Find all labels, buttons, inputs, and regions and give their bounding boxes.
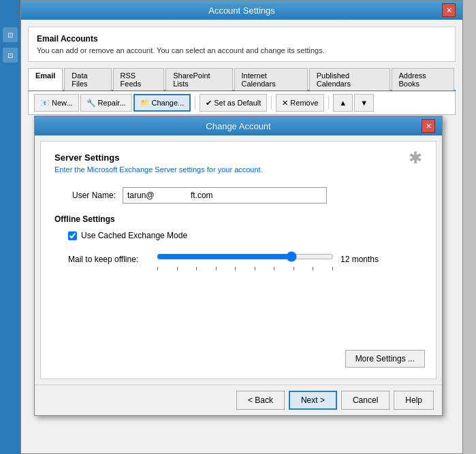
set-default-button[interactable]: ✔ Set as Default <box>200 94 267 112</box>
new-button[interactable]: 📧 New... <box>34 94 79 112</box>
next-button[interactable]: Next > <box>289 391 337 410</box>
tab-address-books[interactable]: Address Books <box>392 68 455 91</box>
toolbar-separator-2 <box>271 96 272 110</box>
back-button[interactable]: < Back <box>236 391 285 410</box>
cached-exchange-checkbox[interactable] <box>68 231 77 240</box>
move-down-button[interactable]: ▼ <box>354 94 374 112</box>
repair-icon: 🔧 <box>86 99 96 108</box>
email-accounts-section: Email Accounts You can add or remove an … <box>28 27 456 62</box>
tab-published-calendars[interactable]: Published Calendars <box>309 68 390 91</box>
dialog-content: ✱ Server Settings Enter the Microsoft Ex… <box>40 141 437 379</box>
desc-text-2: account. <box>232 165 263 174</box>
remove-button[interactable]: ✕ Remove <box>276 94 324 112</box>
tick-8 <box>293 267 294 270</box>
username-label: User Name: <box>54 191 123 200</box>
sidebar-icon-2[interactable]: ⊡ <box>3 48 18 63</box>
cancel-button[interactable]: Cancel <box>341 391 390 410</box>
tab-email[interactable]: Email <box>28 68 63 91</box>
tick-2 <box>177 267 178 270</box>
sidebar-icon-1[interactable]: ⊡ <box>3 27 18 42</box>
cached-exchange-row: Use Cached Exchange Mode <box>54 231 422 240</box>
dialog-bottom-bar: < Back Next > Cancel Help <box>35 385 442 415</box>
remove-icon: ✕ <box>282 99 288 108</box>
window-titlebar: Account Settings ✕ <box>21 1 462 20</box>
window-close-button[interactable]: ✕ <box>442 3 456 17</box>
tab-internet-calendars[interactable]: Internet Calendars <box>234 68 308 91</box>
cursor-decoration: ✱ <box>409 148 422 167</box>
username-input[interactable] <box>123 187 327 204</box>
tick-3 <box>196 267 197 270</box>
tick-1 <box>157 267 158 270</box>
change-button[interactable]: 📁 Change... <box>133 94 191 112</box>
offline-settings-title: Offline Settings <box>54 214 422 224</box>
slider-value: 12 months <box>340 255 388 264</box>
tab-rss-feeds[interactable]: RSS Feeds <box>113 68 165 91</box>
toolbar: 📧 New... 🔧 Repair... 📁 Change... ✔ Set a… <box>28 91 456 115</box>
window-title: Account Settings <box>42 5 442 16</box>
mail-offline-slider[interactable] <box>157 251 334 262</box>
tick-7 <box>274 267 274 270</box>
slider-container <box>157 248 334 270</box>
email-accounts-title: Email Accounts <box>37 34 447 44</box>
slider-wrapper <box>157 248 334 265</box>
server-settings-title: Server Settings <box>54 152 422 163</box>
desc-text-1: Enter the Microsoft Exchange Server sett… <box>54 165 218 174</box>
desc-link: your <box>218 165 232 174</box>
slider-ticks <box>157 267 334 270</box>
email-accounts-desc: You can add or remove an account. You ca… <box>37 46 447 54</box>
help-button[interactable]: Help <box>394 391 434 410</box>
tick-5 <box>235 267 236 270</box>
tab-sharepoint-lists[interactable]: SharePoint Lists <box>165 68 232 91</box>
tick-6 <box>255 267 255 270</box>
checkmark-icon: ✔ <box>206 99 212 108</box>
new-icon: 📧 <box>40 99 50 108</box>
cached-exchange-label: Use Cached Exchange Mode <box>81 231 187 240</box>
dialog-titlebar: Change Account ✕ <box>35 116 442 135</box>
change-icon: 📁 <box>140 99 150 108</box>
move-up-button[interactable]: ▲ <box>333 94 353 112</box>
more-settings-button[interactable]: More Settings ... <box>345 350 425 368</box>
dialog-title: Change Account <box>55 121 422 131</box>
toolbar-separator <box>195 96 195 110</box>
server-settings-desc: Enter the Microsoft Exchange Server sett… <box>54 165 422 174</box>
toolbar-separator-3 <box>328 96 329 110</box>
slider-label: Mail to keep offline: <box>68 255 150 264</box>
tabs-container: Email Data Files RSS Feeds SharePoint Li… <box>28 67 456 91</box>
tab-data-files[interactable]: Data Files <box>64 68 111 91</box>
slider-row: Mail to keep offline: 1 <box>54 248 422 270</box>
repair-button[interactable]: 🔧 Repair... <box>80 94 132 112</box>
username-row: User Name: <box>54 187 422 204</box>
change-account-dialog: Change Account ✕ ✱ Server Settings Enter… <box>34 116 443 416</box>
left-sidebar: ⊡ ⊡ <box>0 0 20 454</box>
dialog-close-button[interactable]: ✕ <box>422 119 435 133</box>
tick-4 <box>216 267 217 270</box>
tick-10 <box>332 267 333 270</box>
tick-9 <box>313 267 313 270</box>
